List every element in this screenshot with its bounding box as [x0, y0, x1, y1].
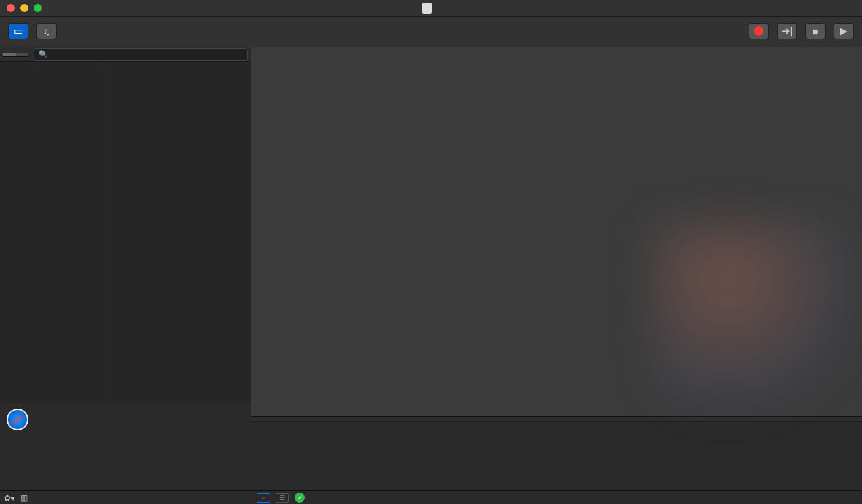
run-button[interactable]: ▶	[831, 22, 857, 42]
search-input[interactable]	[51, 50, 243, 59]
view-list-button[interactable]: ☰	[276, 493, 289, 503]
library-icon: ▭	[8, 23, 28, 39]
view-flow-button[interactable]: ≡	[257, 493, 270, 503]
close-window-button[interactable]	[7, 4, 15, 12]
stop-icon: ■	[805, 23, 826, 39]
record-icon	[749, 23, 769, 39]
record-button[interactable]	[746, 22, 771, 42]
workflow-area[interactable]	[251, 47, 862, 416]
footer-right: ≡ ☰ ✓	[251, 491, 862, 504]
check-icon: ✓	[295, 493, 305, 503]
search-input-wrapper[interactable]: 🔍	[34, 48, 248, 61]
category-list[interactable]	[0, 62, 105, 403]
zoom-window-button[interactable]	[34, 4, 42, 12]
settings-gear-icon[interactable]: ✿▾	[4, 493, 15, 503]
info-panel	[0, 403, 251, 490]
document-icon	[422, 3, 432, 14]
stop-button[interactable]: ■	[803, 22, 828, 42]
tab-actions[interactable]	[2, 53, 16, 56]
titlebar	[0, 0, 862, 17]
library-header: 🔍	[0, 47, 251, 62]
search-icon: 🔍	[39, 50, 48, 59]
step-icon: ➔|	[777, 23, 797, 39]
workflow-input-icon[interactable]: ▥	[20, 493, 28, 503]
library-toggle-button[interactable]: ▭	[5, 22, 31, 42]
media-icon: ♫	[36, 23, 57, 39]
media-toggle-button[interactable]: ♫	[34, 22, 59, 42]
run-icon: ▶	[834, 23, 854, 39]
footer-left: ✿▾ ▥	[0, 491, 251, 504]
action-list[interactable]	[105, 62, 251, 403]
tab-variables[interactable]	[16, 53, 29, 56]
safari-icon	[7, 409, 28, 430]
step-button[interactable]: ➔|	[774, 22, 800, 42]
minimize-window-button[interactable]	[20, 4, 28, 12]
log-area	[251, 416, 862, 490]
toolbar: ▭ ♫ ➔| ■ ▶	[0, 17, 862, 47]
